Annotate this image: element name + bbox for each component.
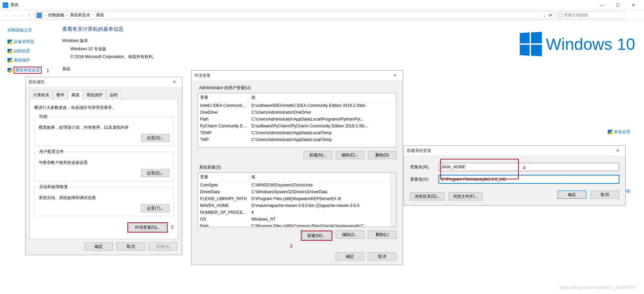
windows-squares-icon (520, 32, 542, 56)
close-button[interactable]: ✕ (626, 0, 641, 10)
dropdown-history[interactable]: ⌄ (18, 14, 25, 17)
group-performance: 性能 视觉效果，处理器计划，内存使用，以及虚拟内存 设置(S)... (34, 114, 173, 146)
browse-file-button[interactable]: 浏览文件(F)... (449, 192, 482, 200)
title-bar: 系统 — ☐ ✕ (0, 0, 644, 10)
annotation-4: 4 (523, 165, 526, 170)
tab-protection[interactable]: 系统保护 (83, 90, 106, 99)
search-input[interactable]: 搜索控制面板 (556, 11, 624, 19)
annotation-2: 2 (171, 224, 173, 230)
env-vars-button[interactable]: 环境变量(N)... (129, 223, 166, 232)
table-row[interactable]: PathC:\Users\Administrator\AppData\Local… (198, 116, 396, 123)
dialog2-title-bar[interactable]: 环境变量 ✕ (192, 71, 403, 80)
up-button[interactable]: ↑ (25, 13, 33, 18)
forward-button[interactable]: → (10, 13, 18, 18)
sys-delete-button[interactable]: 删除(L) (368, 230, 396, 239)
table-row[interactable]: TEMPC:\Users\Administrator\AppData\Local… (198, 129, 396, 136)
group-user-profile: 用户配置文件 与登录帐户相关的桌面设置 设置(E)... (34, 149, 173, 181)
crumb-control-panel[interactable]: 控制面板 (47, 12, 65, 18)
annotation-3: 3 (290, 243, 293, 249)
tab-computer-name[interactable]: 计算机名 (30, 90, 53, 99)
user-vars-list[interactable]: 变量 值 IntelliJ IDEA Community E...D:\soft… (198, 93, 396, 148)
dialog1-title-bar[interactable]: 系统属性 ✕ (26, 77, 182, 87)
dialog1-ok-button[interactable]: 确定 (84, 242, 113, 251)
table-row[interactable]: MAVEN_HOMED:\maven\apache-maven-3.6.0-bi… (198, 202, 396, 209)
annotation-1: 1 (46, 68, 49, 73)
minimize-button[interactable]: — (594, 0, 610, 10)
dialog1-cancel-button[interactable]: 取消 (116, 242, 145, 251)
sys-vars-list[interactable]: 变量 值 ComSpecC:\WINDOWS\system32\cmd.exeD… (198, 172, 396, 227)
back-button[interactable]: ← (3, 13, 10, 18)
crumb-sep-icon: › (43, 13, 47, 18)
dialog3-cancel-button[interactable]: 取消 (590, 191, 619, 199)
tab-body-advanced: 要进行大多数更改，你必须作为管理员登录。 性能 视觉效果，处理器计划，内存使用，… (30, 99, 178, 239)
crumb-system[interactable]: 系统 (95, 12, 105, 18)
table-row[interactable]: PathC:\Program Files (x86)\Common Files\… (198, 223, 396, 227)
browse-dir-button[interactable]: 浏览目录(D)... (410, 192, 445, 200)
sidebar-item-device-manager[interactable]: 设备管理器 (8, 37, 59, 46)
shield-icon (608, 130, 613, 135)
admin-note: 要进行大多数更改，你必须作为管理员登录。 (34, 103, 173, 111)
dialog1-apply-button[interactable]: 应用(A) (149, 242, 177, 251)
new-variable-dialog: 新建系统变量 ✕ 变量名(N): 变量值(V): 4 浏览目录(D)... 浏览… (404, 145, 626, 206)
name-label: 变量名(N): (410, 164, 439, 170)
app-icon (3, 2, 8, 8)
shield-icon (8, 68, 12, 73)
dialog3-close-icon[interactable]: ✕ (613, 148, 622, 153)
table-row[interactable]: OneDriveC:\Users\Administrator\OneDrive (198, 109, 396, 116)
table-row[interactable]: FLEXID_LIBRARY_PATHD:\Program Files (x86… (198, 195, 396, 202)
sidebar-item-remote-settings[interactable]: 远程设置 (8, 46, 59, 56)
nav-bar: ← → ⌄ ↑ › 控制面板 › 系统和安全 › 系统 ⌄ ⟳ 搜索控制面板 (0, 10, 644, 20)
table-row[interactable]: DriverDataC:\Windows\System32\Drivers\Dr… (198, 188, 396, 195)
search-placeholder: 搜索控制面板 (564, 12, 588, 18)
breadcrumb[interactable]: › 控制面板 › 系统和安全 › 系统 ⌄ ⟳ (35, 11, 554, 19)
table-row[interactable]: OSWindows_NT (198, 216, 396, 223)
tabs: 计算机名 硬件 高级 系统保护 远程 (26, 87, 182, 99)
col-val[interactable]: 值 (249, 93, 396, 102)
refresh-icon[interactable]: ⟳ (547, 13, 552, 18)
table-row[interactable]: IntelliJ IDEA Community E...D:\software\… (198, 102, 396, 109)
user-new-button[interactable]: 新建(N)... (304, 151, 332, 159)
system-window: 系统 — ☐ ✕ ← → ⌄ ↑ › 控制面板 › 系统和安全 › 系统 ⌄ ⟳… (0, 0, 644, 294)
dialog2-ok-button[interactable]: 确定 (336, 252, 364, 261)
table-row[interactable]: TMPC:\Users\Administrator\AppData\Local\… (198, 136, 396, 143)
shield-icon (8, 49, 12, 54)
change-settings-link[interactable]: 更改设置 (608, 129, 630, 135)
table-row[interactable]: NUMBER_OF_PROCESSORS4 (198, 209, 396, 216)
shield-icon (8, 40, 12, 44)
window-title: 系统 (10, 2, 18, 8)
table-row[interactable]: ComSpecC:\WINDOWS\system32\cmd.exe (198, 182, 396, 188)
var-name-input[interactable] (439, 163, 619, 171)
crumb-system-security[interactable]: 系统和安全 (69, 12, 91, 18)
value-label: 变量值(V): (410, 177, 439, 182)
dialog2-cancel-button[interactable]: 取消 (368, 252, 396, 261)
dialog3-ok-button[interactable]: 确定 (558, 191, 586, 199)
user-delete-button[interactable]: 删除(D) (368, 151, 396, 159)
windows-logo: Windows 10 (519, 32, 635, 56)
var-value-input[interactable] (439, 175, 619, 183)
dialog2-title: 环境变量 (194, 73, 211, 79)
scrollbar[interactable] (390, 173, 396, 227)
profile-settings-button[interactable]: 设置(E)... (141, 169, 170, 177)
tab-remote[interactable]: 远程 (106, 90, 121, 99)
crumb-dropdown-icon[interactable]: ⌄ (543, 13, 546, 18)
dialog1-close-icon[interactable]: ✕ (170, 80, 179, 84)
col-var[interactable]: 变量 (198, 93, 249, 102)
sys-edit-button[interactable]: 编辑(I)... (336, 230, 364, 239)
maximize-button[interactable]: ☐ (610, 0, 626, 10)
table-row[interactable]: PyCharm Community Editi...D:\software\Py… (198, 123, 396, 129)
dialog2-close-icon[interactable]: ✕ (390, 73, 400, 78)
sidebar-item-system-protection[interactable]: 系统保护 (8, 56, 59, 65)
env-vars-dialog: 环境变量 ✕ Administrator 的用户变量(U) 变量 值 Intel… (191, 70, 403, 265)
tab-advanced[interactable]: 高级 (68, 90, 83, 99)
monitor-icon (37, 13, 42, 18)
sidebar-item-advanced-settings[interactable]: 高级系统设置 1 (8, 65, 59, 75)
tab-hardware[interactable]: 硬件 (53, 90, 68, 99)
sys-new-button[interactable]: 新建(W)... (302, 232, 331, 240)
dialog3-title-bar[interactable]: 新建系统变量 ✕ (404, 146, 625, 155)
user-edit-button[interactable]: 编辑(E)... (336, 151, 364, 159)
perf-settings-button[interactable]: 设置(S)... (141, 134, 170, 142)
shield-icon (8, 58, 12, 63)
sys-vars-label: 系统变量(S) (198, 165, 396, 172)
startup-settings-button[interactable]: 设置(T)... (141, 204, 170, 212)
sidebar-title[interactable]: 控制面板主页 (8, 26, 59, 34)
